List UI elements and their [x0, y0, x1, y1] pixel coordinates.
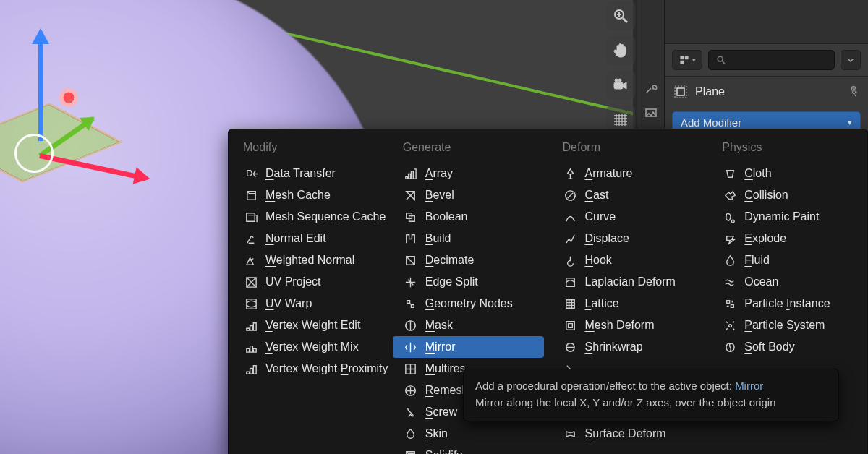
modifier-data-transfer[interactable]: Data Transfer — [233, 163, 384, 184]
geometry-nodes-icon — [404, 296, 418, 311]
modifier-armature[interactable]: Armature — [553, 163, 704, 184]
modifier-item-label: Multires — [425, 362, 466, 375]
modifier-soft-body[interactable]: Soft Body — [712, 336, 863, 358]
modifier-item-label: Hook — [585, 254, 612, 267]
modifier-uv-project[interactable]: UV Project — [233, 271, 384, 293]
modifier-item-label: Skin — [425, 427, 448, 440]
tooltip-line2: Mirror along the local X, Y and/or Z axe… — [475, 395, 827, 411]
modifier-build[interactable]: Build — [393, 228, 544, 249]
modifier-item-label: Particle Instance — [744, 297, 830, 310]
modifier-item-label: Particle System — [744, 319, 825, 332]
modifier-item-label: Array — [425, 167, 453, 180]
gizmo-axis-z[interactable] — [38, 33, 43, 141]
svg-rect-13 — [677, 88, 684, 95]
modifier-shrinkwrap[interactable]: Shrinkwrap — [553, 336, 704, 358]
modifier-mesh-sequence-cache[interactable]: Mesh Sequence Cache — [233, 206, 384, 228]
modifier-laplacian-deform[interactable]: Laplacian Deform — [553, 271, 704, 293]
menu-column-header: Generate — [393, 135, 544, 163]
modifier-explode[interactable]: Explode — [712, 228, 863, 249]
svg-rect-4 — [614, 82, 623, 89]
hand-icon — [612, 42, 629, 59]
modifier-item-label: Geometry Nodes — [425, 297, 513, 310]
menu-column-header: Modify — [233, 135, 384, 163]
modifier-particle-system[interactable]: Particle System — [712, 314, 863, 336]
tab-output[interactable] — [644, 106, 658, 120]
modifier-decimate[interactable]: Decimate — [393, 249, 544, 271]
ocean-icon — [723, 275, 737, 289]
tab-tool[interactable] — [644, 81, 658, 95]
modifier-cast[interactable]: Cast — [553, 184, 704, 206]
modifier-bevel[interactable]: Bevel — [393, 184, 544, 206]
modifier-displace[interactable]: Displace — [553, 228, 704, 249]
shrinkwrap-icon — [563, 340, 578, 354]
modifier-mask[interactable]: Mask — [393, 314, 544, 336]
modifier-mesh-deform[interactable]: Mesh Deform — [553, 314, 704, 336]
modifier-curve[interactable]: Curve — [553, 206, 704, 228]
tooltip-line1-pre: Add a procedural operation/effect to the… — [475, 380, 735, 392]
modifier-boolean[interactable]: Boolean — [393, 206, 544, 228]
uv-warp-icon — [244, 296, 258, 311]
modifier-item-label: Mesh Cache — [265, 189, 331, 202]
lattice-icon — [563, 296, 578, 311]
editor-type-select[interactable] — [672, 50, 702, 70]
add-modifier-label: Add Modifier — [681, 116, 741, 129]
modifier-vertex-weight-edit[interactable]: Vertex Weight Edit — [233, 314, 384, 336]
modifier-mirror[interactable]: Mirror — [393, 336, 544, 358]
modifier-item-label: Shrinkwrap — [585, 340, 643, 354]
modifier-ocean[interactable]: Ocean — [712, 271, 863, 293]
modifier-edge-split[interactable]: Edge Split — [393, 271, 544, 293]
modifier-lattice[interactable]: Lattice — [553, 293, 704, 314]
pan-button[interactable] — [606, 36, 635, 65]
modifier-item-label: Armature — [585, 167, 633, 180]
boolean-icon — [404, 210, 418, 224]
modifier-item-label: Lattice — [585, 297, 619, 310]
pin-button[interactable]: ✎ — [846, 82, 863, 102]
modifier-surface-deform[interactable]: Surface Deform — [553, 423, 704, 445]
modifier-skin[interactable]: Skin — [393, 423, 544, 445]
modifier-item-label: Collision — [744, 189, 788, 202]
modifier-dynamic-paint[interactable]: Dynamic Paint — [712, 206, 863, 228]
panel-header-spacer — [665, 0, 868, 43]
modifier-item-label: Fluid — [744, 254, 770, 267]
modifier-item-label: Bevel — [425, 189, 454, 202]
modifier-item-label: Normal Edit — [265, 232, 326, 245]
collision-icon — [723, 188, 737, 202]
cast-icon — [563, 188, 578, 202]
modifier-cloth[interactable]: Cloth — [712, 163, 863, 184]
transform-gizmo[interactable] — [0, 14, 145, 188]
modifier-normal-edit[interactable]: Normal Edit — [233, 228, 384, 249]
build-icon — [404, 231, 418, 246]
magnifier-icon — [612, 7, 629, 25]
modifier-item-label: Mesh Sequence Cache — [265, 210, 386, 223]
zoom-button[interactable] — [606, 1, 635, 30]
camera-view-button[interactable] — [606, 71, 635, 100]
modifier-vertex-weight-proximity[interactable]: Vertex Weight Proximity — [233, 358, 384, 380]
modifier-geometry-nodes[interactable]: Geometry Nodes — [393, 293, 544, 314]
modifier-solidify[interactable]: Solidify — [393, 445, 544, 454]
particle-instance-icon — [723, 296, 737, 311]
mesh-seq-cache-icon — [244, 210, 258, 224]
modifier-item-label: Cast — [585, 189, 609, 202]
hook-icon — [563, 253, 578, 267]
modifier-mesh-cache[interactable]: Mesh Cache — [233, 184, 384, 206]
modifier-hook[interactable]: Hook — [553, 249, 704, 271]
svg-rect-10 — [680, 61, 684, 64]
modifier-collision[interactable]: Collision — [712, 184, 863, 206]
modifier-weighted-normal[interactable]: Weighted Normal — [233, 249, 384, 271]
modifier-uv-warp[interactable]: UV Warp — [233, 293, 384, 314]
modifier-vertex-weight-mix[interactable]: Vertex Weight Mix — [233, 336, 384, 358]
modifier-particle-instance[interactable]: Particle Instance — [712, 293, 863, 314]
remesh-icon — [404, 383, 418, 398]
options-button[interactable] — [841, 50, 861, 70]
gizmo-center[interactable] — [14, 134, 54, 173]
modifier-item-label: Edge Split — [425, 275, 478, 288]
modifier-item-label: Displace — [585, 232, 629, 245]
bevel-icon — [404, 188, 418, 202]
properties-search-input[interactable] — [708, 50, 835, 70]
vertex-weight-edit-icon — [244, 318, 258, 333]
modifier-array[interactable]: Array — [393, 163, 544, 184]
modifier-fluid[interactable]: Fluid — [712, 249, 863, 271]
cloth-icon — [723, 166, 737, 181]
svg-line-1 — [623, 18, 627, 22]
grid-icon — [612, 111, 629, 129]
